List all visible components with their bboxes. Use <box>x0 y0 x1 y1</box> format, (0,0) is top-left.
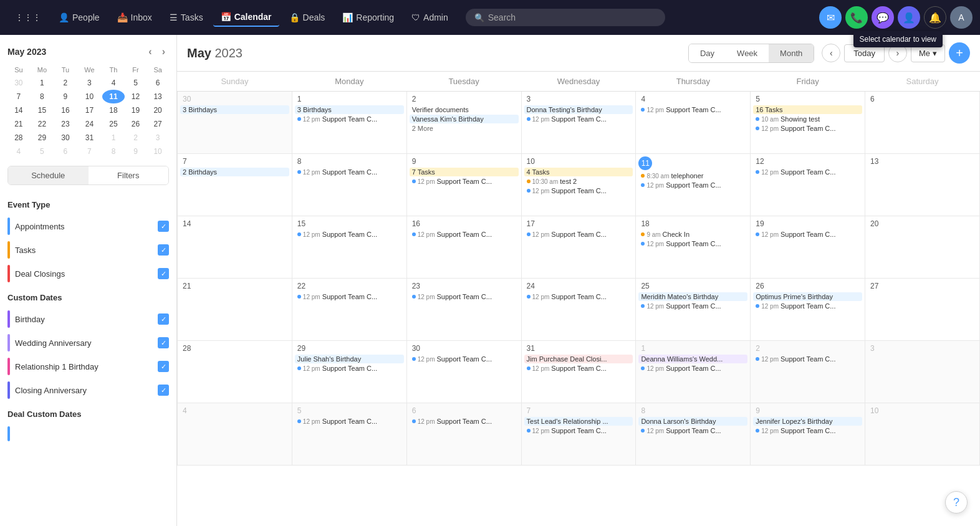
cal-cell[interactable]: 612 pm Support Team C... <box>406 403 521 466</box>
cal-cell[interactable]: 72 Birthdays <box>178 154 292 216</box>
view-day[interactable]: Day <box>689 44 726 62</box>
cal-event[interactable]: 12 pm Support Team C... <box>295 230 404 239</box>
cal-cell[interactable]: 412 pm Support Team C... <box>636 92 751 154</box>
cal-event[interactable]: Deanna Williams's Wedd... <box>638 355 747 363</box>
mini-cal-day[interactable]: 4 <box>102 76 125 90</box>
nav-apps[interactable]: ⋮⋮⋮ <box>7 9 49 26</box>
cal-cell[interactable]: 13 <box>865 154 980 216</box>
cal-event[interactable]: 12 pm Support Team C... <box>524 426 633 435</box>
mini-cal-day[interactable]: 4 <box>7 145 30 158</box>
cal-event[interactable]: 2 Birthdays <box>180 168 289 176</box>
cal-event[interactable]: 12 pm Support Team C... <box>410 177 519 186</box>
cal-cell[interactable]: 6 <box>865 92 980 154</box>
mini-cal-day[interactable]: 9 <box>125 145 147 158</box>
custom-date-checkbox[interactable]: ✓ <box>158 361 169 372</box>
cal-event[interactable]: Donna Testing's Birthday <box>524 105 633 114</box>
cal-cell[interactable]: 25Meridith Mateo's Birthday12 pm Support… <box>636 279 751 341</box>
cal-event[interactable]: 12 pm Support Team C... <box>638 364 747 373</box>
cal-event[interactable]: Julie Shah's Birthday <box>295 355 404 363</box>
cal-cell[interactable]: 14 <box>178 216 292 279</box>
mini-cal-day[interactable]: 27 <box>147 117 169 131</box>
cal-cell[interactable]: 1512 pm Support Team C... <box>292 216 406 279</box>
mini-cal-day[interactable]: 22 <box>30 117 54 131</box>
mini-cal-day[interactable]: 24 <box>77 117 103 131</box>
cal-event[interactable]: 12 pm Support Team C... <box>410 417 519 426</box>
event-type-checkbox[interactable]: ✓ <box>158 268 169 279</box>
mini-cal-day[interactable]: 8 <box>102 145 125 158</box>
cal-event[interactable]: 12 pm Support Team C... <box>638 302 747 310</box>
cal-event[interactable]: Meridith Mateo's Birthday <box>638 292 747 301</box>
cal-event[interactable]: 12 pm Support Team C... <box>295 168 404 176</box>
cal-cell[interactable]: 26Optimus Prime's Birthday12 pm Support … <box>751 279 865 341</box>
cal-cell[interactable]: 2412 pm Support Team C... <box>521 279 636 341</box>
custom-date-item[interactable]: Closing Anniversary ✓ <box>7 378 169 402</box>
cal-cell[interactable]: 9Jennifer Lopez's Birthday12 pm Support … <box>751 403 865 466</box>
cal-cell[interactable]: 97 Tasks12 pm Support Team C... <box>406 154 521 216</box>
mini-cal-day[interactable]: 21 <box>7 117 30 131</box>
cal-cell[interactable]: 1712 pm Support Team C... <box>521 216 636 279</box>
cal-cell[interactable]: 1212 pm Support Team C... <box>751 154 865 216</box>
cal-event[interactable]: 12 pm Support Team C... <box>753 124 862 133</box>
mini-cal-day[interactable]: 1 <box>30 76 54 90</box>
custom-date-checkbox[interactable]: ✓ <box>158 337 169 348</box>
cal-event[interactable]: Optimus Prime's Birthday <box>753 292 862 301</box>
mini-cal-day[interactable]: 5 <box>30 145 54 158</box>
cal-event[interactable]: 12 pm Support Team C... <box>753 426 862 435</box>
mini-cal-day[interactable]: 2 <box>125 131 147 145</box>
cal-cell[interactable]: 21 <box>178 279 292 341</box>
mini-cal-day[interactable]: 2 <box>54 76 77 90</box>
cal-cell[interactable]: 1Deanna Williams's Wedd...12 pm Support … <box>636 341 751 403</box>
cal-cell[interactable]: 27 <box>865 279 980 341</box>
mini-cal-day[interactable]: 1 <box>102 131 125 145</box>
cal-cell[interactable]: 118:30 am telephoner12 pm Support Team C… <box>636 154 751 216</box>
mini-cal-day[interactable]: 16 <box>54 103 77 117</box>
cal-cell[interactable]: 2Verifier documentsVanessa Kim's Birthda… <box>406 92 521 154</box>
custom-date-item[interactable]: Relationship 1 Birthday ✓ <box>7 355 169 378</box>
mini-cal-day[interactable]: 30 <box>54 131 77 145</box>
mini-cal-day[interactable]: 6 <box>147 76 169 90</box>
cal-event[interactable]: 12 pm Support Team C... <box>295 364 404 373</box>
cal-event[interactable]: Verifier documents <box>410 105 519 114</box>
schedule-tab[interactable]: Schedule <box>8 166 89 184</box>
cal-cell[interactable]: 8Donna Larson's Birthday12 pm Support Te… <box>636 403 751 466</box>
mini-cal-day[interactable]: 19 <box>125 103 147 117</box>
bell-btn[interactable]: 🔔 <box>924 6 946 29</box>
mini-cal-day[interactable]: 10 <box>147 145 169 158</box>
custom-date-item[interactable]: Birthday ✓ <box>7 307 169 331</box>
event-type-item[interactable]: Tasks ✓ <box>7 238 169 262</box>
cal-cell[interactable]: 29Julie Shah's Birthday12 pm Support Tea… <box>292 341 406 403</box>
cal-cell[interactable]: 1612 pm Support Team C... <box>406 216 521 279</box>
cal-event[interactable]: 12 pm Support Team C... <box>524 186 633 195</box>
event-type-checkbox[interactable]: ✓ <box>158 221 169 232</box>
custom-date-checkbox[interactable]: ✓ <box>158 385 169 396</box>
cal-event[interactable]: 12 pm Support Team C... <box>524 115 633 123</box>
mini-cal-day[interactable]: 10 <box>77 90 103 103</box>
cal-event[interactable]: 12 pm Support Team C... <box>295 115 404 123</box>
cal-cell[interactable]: 3 <box>865 341 980 403</box>
cal-event[interactable]: 12 pm Support Team C... <box>524 292 633 301</box>
cal-cell[interactable]: 20 <box>865 216 980 279</box>
cal-cell[interactable]: 189 am Check In12 pm Support Team C... <box>636 216 751 279</box>
cal-cell[interactable]: 104 Tasks10:30 am test 212 pm Support Te… <box>521 154 636 216</box>
nav-admin[interactable]: 🛡 Admin <box>404 9 456 26</box>
event-type-item[interactable]: Deal Closings ✓ <box>7 262 169 285</box>
cal-event[interactable]: 16 Tasks <box>753 105 862 114</box>
cal-cell[interactable]: 4 <box>178 403 292 466</box>
mini-cal-day[interactable]: 23 <box>54 117 77 131</box>
mini-cal-day[interactable]: 31 <box>77 131 103 145</box>
cal-cell[interactable]: 13 Birthdays12 pm Support Team C... <box>292 92 406 154</box>
nav-calendar[interactable]: 📅 Calendar <box>213 8 279 27</box>
phone-btn[interactable]: 📞 <box>845 6 868 29</box>
cal-event[interactable]: 12 pm Support Team C... <box>410 355 519 363</box>
search-bar[interactable]: 🔍 <box>466 9 665 26</box>
mini-cal-next[interactable]: › <box>158 45 169 59</box>
cal-event[interactable]: 12 pm Support Team C... <box>753 302 862 310</box>
mini-cal-day[interactable]: 3 <box>147 131 169 145</box>
cal-event[interactable]: Jennifer Lopez's Birthday <box>753 417 862 426</box>
mini-cal-day[interactable]: 15 <box>30 103 54 117</box>
cal-cell[interactable]: 812 pm Support Team C... <box>292 154 406 216</box>
cal-event[interactable]: 12 pm Support Team C... <box>638 239 747 248</box>
mini-cal-day[interactable]: 29 <box>30 131 54 145</box>
mail-btn[interactable]: ✉ <box>819 6 842 29</box>
nav-inbox[interactable]: 📥 Inbox <box>110 9 160 26</box>
